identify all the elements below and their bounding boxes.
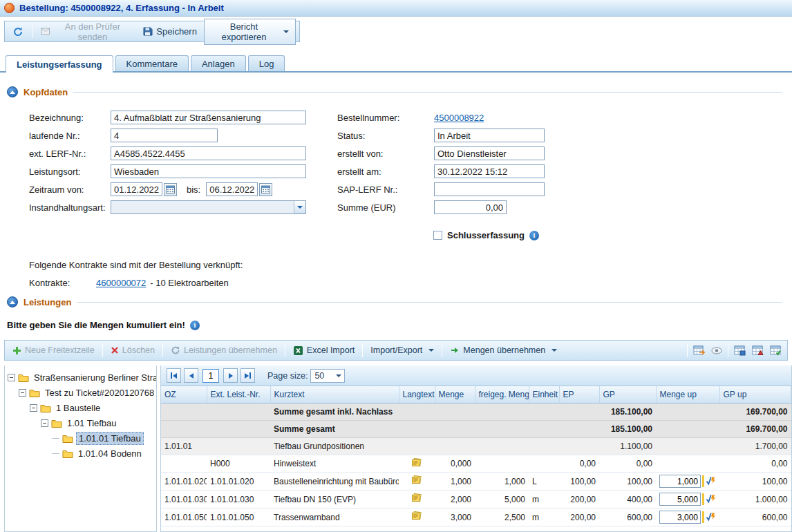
pager-bar: Page size: 50 [161, 365, 791, 386]
schlusserfassung-checkbox[interactable] [433, 231, 442, 240]
column-header-langtext[interactable]: Langtext [399, 386, 435, 403]
button-label: Leistungen übernehmen [184, 345, 277, 355]
table-row[interactable]: Summe gesamt185.100,00169.700,00 [161, 421, 791, 438]
page-size-select[interactable]: 50 [310, 369, 345, 383]
instandhaltungsart-select[interactable] [111, 200, 306, 214]
info-icon[interactable] [529, 231, 539, 240]
cell-langtext[interactable] [399, 473, 435, 491]
column-header-menge-up[interactable]: Menge up [656, 386, 719, 403]
tree-item[interactable]: 1.01.01 Tiefbau [5, 430, 156, 446]
import-export-button[interactable]: Import/Export [366, 343, 438, 357]
tab-leistungserfassung[interactable]: Leistungserfassung [6, 55, 113, 73]
page-number-input[interactable] [202, 369, 219, 383]
apply-quantities-button[interactable]: Mengen übernehmen [446, 343, 561, 357]
zeitraum-von-input[interactable] [111, 182, 162, 196]
send-to-approver-button[interactable]: An den Prüfer senden [37, 19, 135, 44]
column-header-kurztext[interactable]: Kurztext [270, 386, 399, 403]
table-row[interactable]: 1.01.01Tiefbau Grundpositionen1.100,001.… [161, 438, 791, 455]
preview-button[interactable] [709, 345, 724, 357]
refresh-button[interactable] [8, 24, 28, 39]
column-header-gp[interactable]: GP [599, 386, 656, 403]
tree-item[interactable]: 1.01.04 Bodenn [5, 446, 156, 461]
collapse-section-icon[interactable] [7, 296, 18, 307]
tree-item[interactable]: 1 Baustelle [5, 400, 156, 415]
cell-menge-up[interactable] [656, 473, 719, 491]
column-header-freigeg-menge[interactable]: freigeg. Menge [475, 386, 529, 403]
cell-gp: 400,00 [599, 491, 656, 509]
aufmass-calc-icon[interactable] [706, 493, 716, 506]
next-page-button[interactable] [223, 368, 238, 383]
table-row[interactable]: H000Hinweistext0,0000,000,000,00 [161, 455, 791, 473]
bestellnummer-link[interactable]: 4500008922 [434, 113, 484, 123]
table-row[interactable]: 1.01.01.0201.01.01.020Baustelleneinricht… [161, 473, 791, 491]
cell-oz: 1.01.01.030 [161, 491, 207, 509]
tab-kommentare[interactable]: Kommentare [115, 55, 189, 71]
table-highlight-button[interactable] [750, 343, 766, 358]
table-view-button[interactable] [732, 343, 748, 358]
collapse-section-icon[interactable] [7, 86, 18, 97]
delete-button[interactable]: Löschen [106, 343, 159, 357]
info-icon[interactable] [190, 321, 200, 330]
schlusserfassung-label: Schlusserfassung [447, 230, 525, 240]
ext-lerf-nr-input[interactable] [111, 146, 306, 160]
menge-up-input[interactable] [659, 493, 701, 506]
leistungsort-input[interactable] [111, 164, 306, 178]
cell-langtext[interactable] [399, 509, 435, 526]
menge-up-input[interactable] [659, 475, 701, 488]
column-header-gp-up[interactable]: GP up [719, 386, 791, 403]
table-row[interactable]: 1.01.01.0301.01.01.030Tiefbau DN 150 (EV… [161, 491, 791, 509]
table-config-button[interactable] [768, 343, 784, 358]
cell-menge: 3,000 [435, 509, 475, 526]
langtext-note-icon [411, 458, 422, 468]
cell-ext-leist-nr: H000 [207, 455, 270, 473]
tree-item[interactable]: Straßensanierung Berliner Stra [5, 370, 156, 385]
save-button[interactable]: Speichern [138, 24, 201, 39]
cell-kurztext: Summe gesamt [270, 421, 399, 438]
tree-collapse-toggle[interactable] [8, 374, 15, 381]
aufmass-calc-icon[interactable] [706, 511, 716, 524]
chevron-down-icon[interactable] [294, 201, 305, 213]
cell-ep: 0,00 [559, 455, 599, 473]
zeitraum-bis-input[interactable] [206, 182, 258, 196]
column-header-ep[interactable]: EP [559, 386, 599, 403]
menge-up-input[interactable] [659, 511, 701, 524]
tab-anlagen[interactable]: Anlagen [191, 55, 246, 71]
tab-bar: Leistungserfassung Kommentare Anlagen Lo… [0, 55, 792, 73]
cell-menge-up[interactable] [656, 509, 719, 526]
kontrakt-link[interactable]: 4600000072 [96, 274, 146, 292]
excel-import-button[interactable]: Excel Import [289, 343, 359, 358]
tree-item[interactable]: Test zu Ticket#2020120768 [5, 385, 156, 400]
kumuliert-hint-text: Bitte geben Sie die Mengen kumuliert ein… [7, 320, 185, 330]
cell-menge-up [656, 403, 719, 421]
delete-x-icon [111, 346, 119, 354]
last-page-button[interactable] [241, 368, 255, 383]
column-header-oz[interactable]: OZ [161, 386, 207, 403]
export-report-button[interactable]: Bericht exportieren [204, 19, 296, 45]
tree-collapse-toggle[interactable] [30, 404, 37, 412]
new-freetext-row-button[interactable]: Neue Freitextzeile [8, 343, 99, 357]
table-row[interactable]: 1.01.01.0501.01.01.050Trassenwarnband3,0… [161, 509, 791, 526]
apply-services-button[interactable]: Leistungen übernehmen [167, 343, 281, 357]
tree-collapse-toggle[interactable] [41, 419, 48, 427]
cell-menge-up [656, 438, 719, 455]
table-row[interactable]: Summe gesamt inkl. Nachlass185.100,00169… [161, 403, 791, 421]
cell-langtext[interactable] [399, 455, 435, 473]
tree-item[interactable]: 1.01 Tiefbau [5, 415, 156, 430]
bezeichnung-input[interactable] [111, 111, 306, 124]
column-header-einheit[interactable]: Einheit [529, 386, 559, 403]
form-row: Bezeichnung: [29, 108, 306, 126]
tab-log[interactable]: Log [248, 55, 285, 71]
column-header-menge[interactable]: Menge [435, 386, 475, 403]
calendar-icon[interactable] [259, 183, 272, 196]
prev-page-button[interactable] [184, 368, 198, 383]
aufmass-calc-icon[interactable] [706, 475, 716, 488]
copy-table-button[interactable] [691, 343, 707, 358]
column-header-ext-leist-nr-[interactable]: Ext. Leist.-Nr. [207, 386, 270, 403]
calendar-icon[interactable] [164, 183, 177, 196]
cell-langtext[interactable] [399, 491, 435, 509]
first-page-button[interactable] [167, 368, 181, 383]
cell-menge-up[interactable] [656, 491, 719, 509]
folder-icon [51, 419, 62, 428]
summe-value [434, 200, 507, 214]
tree-collapse-toggle[interactable] [19, 389, 26, 397]
